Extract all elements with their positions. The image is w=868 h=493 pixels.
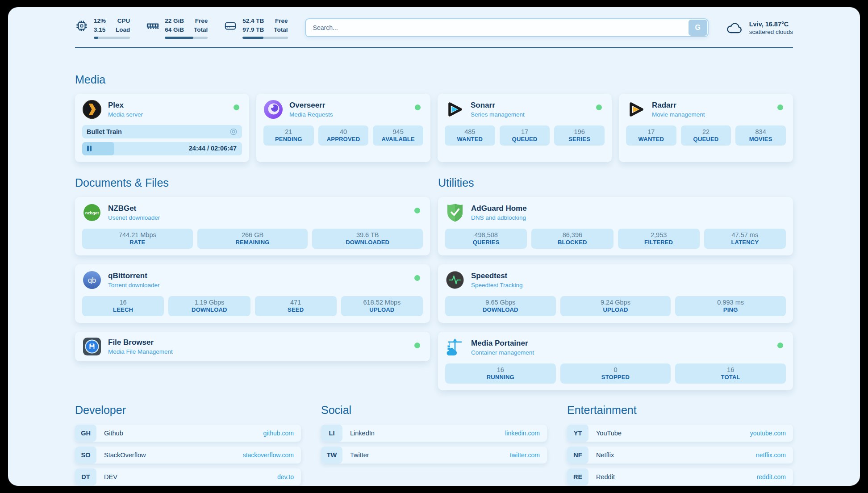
app-subtitle: DNS and adblocking — [471, 214, 527, 221]
weather-location-temp: Lviv, 16.87°C — [749, 21, 793, 28]
status-dot — [414, 343, 420, 348]
status-dot — [414, 208, 420, 213]
cpu-stat-widget: 12% 3.15 CPU Load — [75, 17, 130, 39]
cpu-usage-value: 12% — [94, 17, 106, 25]
link-youtube[interactable]: YT YouTube youtube.com — [567, 425, 793, 442]
app-card-sonarr[interactable]: Sonarr Series management 485 WANTED 17 Q… — [438, 94, 612, 162]
link-url: reddit.com — [757, 473, 786, 480]
memory-stat-widget: 22 GiB 64 GiB Free Total — [146, 17, 208, 39]
stat-box: 744.21 Mbps RATE — [82, 229, 193, 249]
search-engine-button[interactable]: G — [689, 20, 707, 36]
record-icon[interactable] — [230, 128, 238, 136]
memory-total-label: Total — [194, 25, 208, 34]
link-reddit[interactable]: RE Reddit reddit.com — [567, 468, 793, 485]
stat-box: 1.19 Gbps DOWNLOAD — [168, 296, 250, 316]
section-title-utilities: Utilities — [438, 176, 793, 189]
cpu-load-label: Load — [116, 25, 130, 34]
filebrowser-icon — [82, 337, 102, 356]
stat-box: 21 PENDING — [263, 125, 314, 146]
link-stackoverflow[interactable]: SO StackOverflow stackoverflow.com — [75, 447, 301, 464]
link-name: YouTube — [596, 430, 622, 437]
system-stats: 12% 3.15 CPU Load — [75, 17, 288, 39]
utilities-column: Utilities — [438, 176, 793, 390]
weather-widget: Lviv, 16.87°C scattered clouds — [726, 21, 793, 35]
app-title: NZBGet — [108, 204, 160, 213]
documents-column: Documents & Files nzbget — [75, 176, 430, 390]
app-card-speedtest[interactable]: Speedtest Speedtest Tracking 9.65 Gbps D… — [438, 264, 793, 323]
app-title: File Browser — [108, 338, 173, 347]
app-card-adguard[interactable]: AdGuard Home DNS and adblocking 498,508 … — [438, 197, 793, 255]
section-title-social: Social — [321, 404, 547, 417]
cpu-load-value: 3.15 — [94, 25, 106, 34]
link-name: Github — [104, 430, 123, 437]
status-dot — [596, 104, 602, 110]
link-tag: LI — [321, 425, 342, 442]
stat-box: 16 RUNNING — [445, 363, 556, 384]
app-subtitle: Media Requests — [289, 111, 333, 118]
stat-box: 17 QUEUED — [500, 125, 550, 146]
section-title-developer: Developer — [75, 404, 301, 417]
memory-progress-bar — [165, 37, 208, 39]
storage-stat-widget: 52.4 TB 97.9 TB Free Total — [224, 17, 288, 39]
link-tag: NF — [567, 447, 588, 464]
app-card-overseerr[interactable]: Overseerr Media Requests 21 PENDING 40 A… — [256, 94, 430, 162]
link-url: github.com — [263, 430, 294, 437]
link-dev[interactable]: DT DEV dev.to — [75, 468, 301, 485]
link-github[interactable]: GH Github github.com — [75, 425, 301, 442]
app-subtitle: Media File Management — [108, 348, 173, 355]
sonarr-icon — [445, 100, 464, 119]
stat-box: 16 LEECH — [82, 296, 164, 316]
adguard-icon — [445, 203, 465, 222]
stat-box: 9.65 Gbps DOWNLOAD — [445, 296, 556, 316]
memory-free-value: 22 GiB — [165, 17, 184, 25]
links-column-developer: Developer GH Github github.com SO StackO… — [75, 404, 301, 486]
link-name: Twitter — [350, 451, 369, 459]
app-card-qbittorrent[interactable]: qb qBittorrent Torrent downloader 16 — [75, 264, 430, 323]
app-title: Plex — [108, 101, 143, 110]
cpu-progress-bar — [94, 37, 130, 39]
plex-icon — [82, 100, 102, 119]
playback-time: 24:44 / 02:06:47 — [189, 145, 237, 152]
app-subtitle: Speedtest Tracking — [471, 282, 523, 288]
link-tag: DT — [75, 468, 96, 485]
section-title-documents: Documents & Files — [75, 176, 430, 189]
pause-icon[interactable] — [87, 146, 92, 151]
svg-text:qb: qb — [88, 276, 96, 284]
app-subtitle: Usenet downloader — [108, 214, 160, 221]
app-title: qBittorrent — [108, 272, 160, 280]
storage-free-value: 52.4 TB — [242, 17, 264, 25]
stat-box: 471 SEED — [255, 296, 337, 316]
search-input[interactable] — [305, 18, 709, 37]
app-card-plex[interactable]: Plex Media server Bullet Train — [75, 94, 249, 162]
cpu-icon — [75, 19, 88, 33]
status-dot — [415, 104, 421, 110]
link-netflix[interactable]: NF Netflix netflix.com — [567, 447, 793, 464]
stat-box: 498,508 QUERIES — [445, 229, 527, 249]
dashboard: 12% 3.15 CPU Load — [8, 7, 860, 486]
stat-box: 0.993 ms PING — [675, 296, 786, 316]
stat-box: 47.57 ms LATENCY — [704, 229, 786, 249]
storage-total-label: Total — [274, 25, 288, 34]
links-column-entertainment: Entertainment YT YouTube youtube.com NF … — [567, 404, 793, 486]
link-linkedin[interactable]: LI LinkedIn linkedin.com — [321, 425, 547, 442]
link-url: linkedin.com — [505, 430, 540, 437]
cloud-icon — [726, 21, 743, 35]
app-card-nzbget[interactable]: nzbget NZBGet Usenet downloader 744.21 M… — [75, 197, 430, 255]
app-subtitle: Movie management — [652, 111, 705, 118]
app-subtitle: Media server — [108, 111, 143, 118]
link-tag: TW — [321, 447, 342, 464]
link-name: LinkedIn — [350, 430, 375, 437]
link-tag: GH — [75, 425, 96, 442]
app-card-radarr[interactable]: Radarr Movie management 17 WANTED 22 QUE… — [619, 94, 793, 162]
svg-text:nzbget: nzbget — [85, 210, 99, 215]
stat-box: 0 STOPPED — [560, 363, 671, 384]
section-title-entertainment: Entertainment — [567, 404, 793, 417]
status-dot — [777, 343, 783, 348]
app-card-filebrowser[interactable]: File Browser Media File Management — [75, 332, 430, 361]
qbittorrent-icon: qb — [82, 270, 102, 290]
link-name: DEV — [104, 473, 117, 480]
link-twitter[interactable]: TW Twitter twitter.com — [321, 447, 547, 464]
memory-free-label: Free — [194, 17, 208, 25]
stat-box: 834 MOVIES — [735, 125, 786, 146]
app-card-portainer[interactable]: Media Portainer Container management 16 … — [438, 332, 793, 390]
